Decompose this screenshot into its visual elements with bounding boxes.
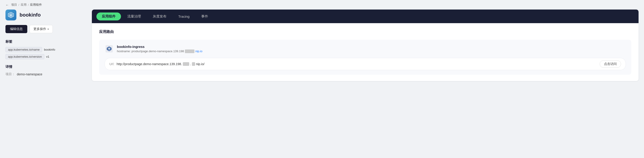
url-value: Url: http://productpage.demo-namespace.1…	[110, 62, 204, 66]
app-header: bookinfo	[6, 9, 87, 20]
breadcrumb-sep-2: /	[28, 3, 29, 6]
tag-value-version: v1	[46, 55, 49, 58]
ingress-name: bookinfo-ingress	[117, 45, 202, 49]
svg-point-2	[10, 14, 12, 16]
breadcrumb-sep-1: /	[18, 3, 19, 6]
chevron-down-icon: ▾	[48, 28, 49, 31]
app-icon	[6, 9, 16, 20]
section-heading-routing: 应用路由	[99, 29, 631, 34]
url-suffix: nip.io/	[196, 62, 204, 66]
hostname-prefix: hostname: productpage.demo-namespace.139…	[117, 49, 184, 53]
visit-button[interactable]: 点击访问	[600, 60, 621, 68]
detail-row-project: 项目： demo-namespace	[6, 72, 87, 76]
breadcrumb: ← 项目 / 应用 / 应用组件	[0, 0, 644, 9]
action-buttons: 编辑信息 更多操作 ▾	[6, 25, 87, 33]
hostname-blurred: ████	[185, 49, 194, 53]
ingress-header: bookinfo-ingress hostname: productpage.d…	[104, 44, 626, 53]
detail-label-project: 项目：	[6, 72, 15, 76]
back-button[interactable]: ←	[6, 3, 9, 7]
tag-row-version: app.kubernetes.io/version v1	[6, 54, 87, 59]
breadcrumb-app[interactable]: 应用	[21, 3, 26, 7]
main-layout: bookinfo 编辑信息 更多操作 ▾ 标签 app.kubernetes.i…	[0, 9, 644, 87]
tab-components[interactable]: 应用组件	[96, 12, 121, 20]
tab-grayscale[interactable]: 灰度发布	[147, 12, 172, 20]
tag-key-name: app.kubernetes.io/name	[6, 47, 42, 52]
url-middle: .	[190, 62, 191, 66]
tab-traffic[interactable]: 流量治理	[122, 12, 146, 20]
tags-title: 标签	[6, 39, 87, 44]
sidebar: bookinfo 编辑信息 更多操作 ▾ 标签 app.kubernetes.i…	[6, 9, 87, 78]
url-prefix: http://productpage.demo-namespace.139.19…	[117, 62, 182, 66]
url-label: Url:	[110, 62, 114, 66]
edit-button[interactable]: 编辑信息	[6, 25, 27, 33]
url-blurred-1	[183, 62, 189, 66]
app-name: bookinfo	[20, 12, 41, 18]
hostname-link[interactable]: nip.io	[195, 49, 202, 53]
tags-section: 标签 app.kubernetes.io/name bookinfo app.k…	[6, 39, 87, 59]
details-title: 详情	[6, 65, 87, 69]
tab-events[interactable]: 事件	[196, 12, 214, 20]
content-body: 应用路由 bookinfo-ingres	[92, 23, 638, 81]
tab-bar: 应用组件 流量治理 灰度发布 Tracing 事件	[92, 9, 638, 23]
ingress-hostname: hostname: productpage.demo-namespace.139…	[117, 49, 202, 53]
breadcrumb-current: 应用组件	[30, 3, 42, 7]
url-row: Url: http://productpage.demo-namespace.1…	[104, 58, 626, 70]
detail-value-project: demo-namespace	[17, 72, 42, 76]
tag-key-version: app.kubernetes.io/version	[6, 54, 44, 59]
tag-value-name: bookinfo	[44, 48, 55, 51]
url-blurred-2	[192, 62, 195, 66]
ingress-info: bookinfo-ingress hostname: productpage.d…	[117, 45, 202, 53]
more-actions-button[interactable]: 更多操作 ▾	[30, 25, 53, 33]
breadcrumb-projects[interactable]: 项目	[11, 3, 17, 7]
ingress-card: bookinfo-ingress hostname: productpage.d…	[99, 40, 631, 75]
tab-tracing[interactable]: Tracing	[173, 13, 195, 20]
tag-row-name: app.kubernetes.io/name bookinfo	[6, 47, 87, 52]
details-section: 详情 项目： demo-namespace	[6, 65, 87, 76]
ingress-icon	[104, 44, 114, 53]
content-area: 应用组件 流量治理 灰度发布 Tracing 事件 应用路由	[92, 9, 638, 81]
